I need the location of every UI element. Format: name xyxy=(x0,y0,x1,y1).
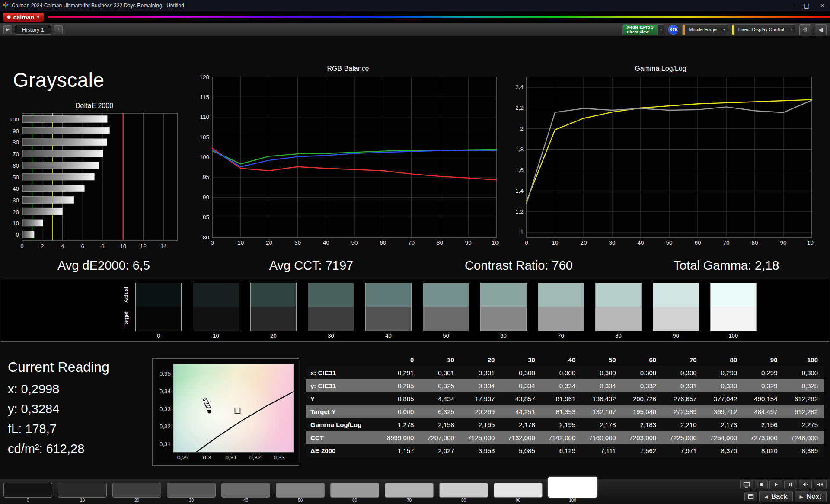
maximize-button[interactable]: ▢ xyxy=(799,0,814,11)
pattern-level-button[interactable]: 40 xyxy=(221,483,270,503)
pattern-level-swatch[interactable] xyxy=(276,483,325,498)
deltae-column: Grayscale DeltaE 2000 024681012141009080… xyxy=(6,65,192,255)
next-button[interactable]: ▶ Next xyxy=(795,491,827,502)
pattern-level-button[interactable]: 20 xyxy=(112,483,161,503)
add-tab-button[interactable]: + xyxy=(54,25,63,34)
pause-button[interactable] xyxy=(784,480,797,489)
history-expand-button[interactable]: ▶ xyxy=(3,25,12,34)
svg-text:0,32: 0,32 xyxy=(160,423,171,430)
pattern-level-swatch[interactable] xyxy=(385,483,434,498)
grayscale-swatch: 60 xyxy=(480,283,527,339)
swatch-label: 50 xyxy=(443,332,449,339)
meter-status-badge[interactable]: 679 xyxy=(668,25,678,35)
charts-row: Grayscale DeltaE 2000 024681012141009080… xyxy=(0,65,830,255)
display-control-dropdown[interactable]: Direct Display Control ▾ xyxy=(732,24,795,35)
grayscale-ramp-panel: Actual Target 0102030405060708090100 xyxy=(1,279,829,342)
cell-value: 7203,000 xyxy=(622,431,662,444)
svg-text:20: 20 xyxy=(580,239,587,246)
swatch-actual-color xyxy=(308,283,354,307)
actual-row-label: Actual xyxy=(118,283,134,307)
cell-value: 1,278 xyxy=(380,418,420,431)
meter-dropdown[interactable]: X-Rite i1Pro 3 Direct View ▾ xyxy=(622,24,665,35)
cell-value: 2,158 xyxy=(420,418,460,431)
pattern-level-button[interactable]: 10 xyxy=(58,483,107,503)
cell-value: 369,712 xyxy=(703,405,743,418)
settings-gear-button[interactable]: ⚙ xyxy=(799,24,811,35)
app-icon xyxy=(3,2,9,10)
cell-value: 2,156 xyxy=(743,418,783,431)
pattern-level-button[interactable]: 70 xyxy=(385,483,434,503)
minimize-button[interactable]: — xyxy=(783,0,799,11)
tab-history-1[interactable]: History 1 xyxy=(15,25,51,35)
pattern-level-label: 50 xyxy=(298,498,303,503)
grayscale-swatch: 20 xyxy=(250,283,297,339)
close-button[interactable]: × xyxy=(814,0,830,11)
pattern-window-icon xyxy=(748,494,754,499)
cell-value: 612,282 xyxy=(784,405,824,418)
cell-value: 2,210 xyxy=(662,418,702,431)
swatch-actual-color xyxy=(481,283,526,307)
back-button[interactable]: ◀ Back xyxy=(759,491,792,502)
cell-value: 200,726 xyxy=(622,392,662,405)
pattern-level-label: 30 xyxy=(189,498,194,503)
cell-value: 7,971 xyxy=(662,444,702,457)
cell-value: 7273,000 xyxy=(743,431,783,444)
svg-text:30: 30 xyxy=(609,239,615,246)
calman-logo-menu[interactable]: ❖ calman ▾ xyxy=(3,13,44,22)
table-row: Gamma Log/Log1,2782,1582,1952,1782,1952,… xyxy=(306,418,824,431)
play-button[interactable] xyxy=(769,480,782,489)
cell-value: 0,299 xyxy=(703,366,743,379)
monitor-icon xyxy=(743,482,750,488)
stop-button[interactable] xyxy=(755,480,768,489)
pattern-source-dropdown[interactable]: Mobile Forge ▾ xyxy=(682,24,728,35)
swatch-target-color xyxy=(423,307,469,331)
cell-value: 490,154 xyxy=(743,392,783,405)
pattern-level-button[interactable]: 80 xyxy=(439,483,488,503)
cell-value: 5,085 xyxy=(501,444,541,457)
swatch-color-pair xyxy=(480,283,527,331)
cell-value: 20,269 xyxy=(460,405,501,418)
display-pattern-button[interactable] xyxy=(740,480,753,489)
pattern-level-button[interactable]: 90 xyxy=(494,483,543,503)
cell-value: 2,195 xyxy=(541,418,581,431)
swatch-actual-color xyxy=(251,283,296,307)
row-label: y: CIE31 xyxy=(306,379,380,392)
grayscale-swatch: 90 xyxy=(653,283,699,339)
pattern-level-label: 0 xyxy=(27,498,29,503)
swatch-label: 40 xyxy=(385,332,391,339)
pattern-level-button[interactable]: 60 xyxy=(330,483,379,503)
svg-text:2: 2 xyxy=(41,243,44,249)
grayscale-swatch: 70 xyxy=(538,283,584,339)
meter-line2: Direct View xyxy=(627,29,654,34)
pattern-window-button[interactable] xyxy=(744,492,757,501)
pattern-level-button[interactable]: 100 xyxy=(548,477,597,503)
cell-value: 8,389 xyxy=(784,444,824,457)
speaker-icon xyxy=(817,482,824,487)
svg-text:0,32: 0,32 xyxy=(249,454,261,461)
cell-value: 0,805 xyxy=(380,392,420,405)
stat-avg-de2000: Avg dE2000: 6,5 xyxy=(0,258,208,273)
pattern-level-button[interactable]: 30 xyxy=(167,483,216,503)
pattern-level-swatch[interactable] xyxy=(330,483,379,498)
calman-diamond-icon: ❖ xyxy=(6,14,11,20)
pattern-level-swatch[interactable] xyxy=(494,483,543,498)
column-header: 30 xyxy=(501,353,541,366)
row-label: Gamma Log/Log xyxy=(306,418,380,431)
pattern-level-swatch[interactable] xyxy=(439,483,488,498)
pattern-level-swatch[interactable] xyxy=(112,483,161,498)
cell-value: 7132,000 xyxy=(501,431,541,444)
pattern-level-button[interactable]: 50 xyxy=(276,483,325,503)
pattern-level-button[interactable]: 0 xyxy=(3,483,52,503)
volume-button[interactable] xyxy=(814,480,827,489)
pattern-level-swatch[interactable] xyxy=(221,483,270,498)
cell-value: 7160,000 xyxy=(581,431,622,444)
mute-button[interactable] xyxy=(799,480,812,489)
column-header: 70 xyxy=(662,353,702,366)
pattern-level-selected[interactable] xyxy=(548,477,597,498)
pattern-level-swatch[interactable] xyxy=(3,483,52,498)
cell-value: 0,332 xyxy=(622,379,662,392)
pattern-level-swatch[interactable] xyxy=(167,483,216,498)
panel-toggle-button[interactable]: ◀ xyxy=(815,24,827,35)
speaker-mute-icon xyxy=(802,482,809,487)
pattern-level-swatch[interactable] xyxy=(58,483,107,498)
